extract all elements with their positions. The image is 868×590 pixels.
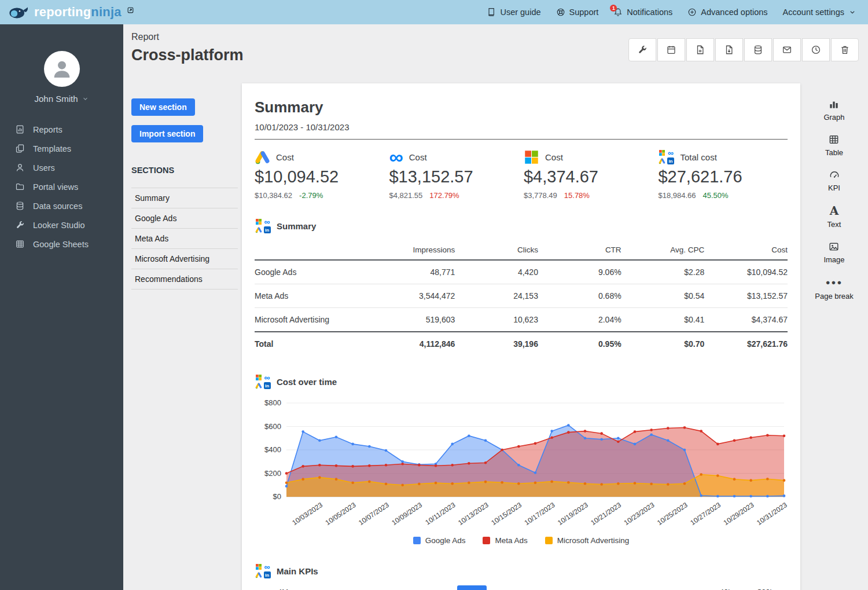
schedule-button[interactable] — [657, 38, 685, 61]
plus-circle-icon — [687, 8, 697, 17]
history-button[interactable] — [802, 38, 830, 61]
sidebar-item-reports[interactable]: Reports — [0, 120, 123, 139]
account-settings-link[interactable]: Account settings — [783, 8, 856, 17]
folder-icon — [15, 182, 25, 192]
kpi-delta: 172.79% — [429, 191, 459, 200]
user-menu[interactable]: John Smith — [0, 94, 123, 104]
legend-item-google-ads[interactable]: Google Ads — [413, 536, 466, 545]
chevron-down-icon — [848, 8, 856, 16]
svg-text:10/09/2023: 10/09/2023 — [390, 501, 424, 527]
svg-text:10/07/2023: 10/07/2023 — [357, 501, 391, 527]
svg-text:$800: $800 — [264, 398, 281, 407]
rail-item-graph[interactable]: Graph — [823, 98, 844, 122]
open-in-new-icon[interactable] — [127, 6, 134, 14]
cost-over-time-chart: $0$200$400$600$80010/03/202310/05/202310… — [255, 395, 788, 535]
brand-logo[interactable]: reportingninja — [8, 5, 134, 20]
person-icon — [50, 57, 73, 80]
kpi-microsoft-cost[interactable]: Cost $4,374.67 $3,778.49 15.78% — [524, 149, 658, 200]
section-item-microsoft-advertising[interactable]: Microsoft Advertising — [131, 248, 238, 269]
gauge-icon — [829, 169, 840, 181]
pdf-file-icon — [695, 45, 705, 55]
section-item-google-ads[interactable]: Google Ads — [131, 208, 238, 228]
main-kpi-axis-label: 4M — [278, 588, 288, 590]
table-header-clicks: Clicks — [455, 240, 538, 260]
all-platforms-icon: ∞ in — [255, 563, 271, 578]
notifications-label: Notifications — [627, 8, 672, 17]
pdf-export-button[interactable] — [715, 38, 743, 61]
main-kpis-bar-fragment — [457, 585, 487, 590]
legend-label: Microsoft Advertising — [557, 536, 630, 545]
sidebar-item-templates[interactable]: Templates — [0, 139, 123, 158]
section-item-summary[interactable]: Summary — [131, 188, 238, 208]
svg-text:10/19/2023: 10/19/2023 — [556, 501, 590, 527]
kpi-total-cost[interactable]: ∞ in Total cost $27,621.76 $18,984.66 45… — [658, 149, 788, 200]
rail-item-table[interactable]: Table — [825, 134, 843, 157]
report-canvas: Summary 10/01/2023 - 10/31/2023 Cost $10… — [242, 83, 800, 590]
sidebar-item-users[interactable]: Users — [0, 158, 123, 177]
row-avg-cpc: $0.41 — [621, 308, 705, 332]
legend-item-microsoft-advertising[interactable]: Microsoft Advertising — [545, 536, 630, 545]
rail-item-kpi[interactable]: KPI — [828, 169, 840, 192]
delete-button[interactable] — [831, 38, 859, 61]
row-impressions: 48,771 — [372, 260, 455, 284]
new-section-button[interactable]: New section — [131, 98, 195, 116]
book-icon — [487, 8, 496, 17]
sidebar-item-data-sources[interactable]: Data sources — [0, 196, 123, 215]
legend-item-meta-ads[interactable]: Meta Ads — [483, 536, 527, 545]
sidebar-item-label: Looker Studio — [33, 221, 84, 230]
row-ctr: 2.04% — [538, 308, 621, 332]
section-item-recommendations[interactable]: Recommendations — [131, 269, 238, 289]
chevron-down-icon — [82, 95, 89, 102]
advanced-options-link[interactable]: Advanced options — [687, 8, 767, 17]
sections-heading: SECTIONS — [131, 166, 238, 175]
trash-icon — [840, 45, 850, 55]
sidebar-item-label: Reports — [33, 125, 62, 134]
sidebar-item-looker-studio[interactable]: Looker Studio — [0, 215, 123, 234]
google-ads-icon — [255, 149, 270, 165]
legend-swatch-microsoft-advertising — [545, 537, 553, 544]
main-kpi-axis-label: $20k — [757, 588, 774, 590]
kpi-delta: 15.78% — [564, 191, 590, 200]
email-button[interactable] — [773, 38, 801, 61]
brand-reporting: reporting — [34, 5, 91, 19]
kpi-previous-value: $18,984.66 — [658, 191, 696, 200]
envelope-icon — [782, 45, 792, 55]
section-item-meta-ads[interactable]: Meta Ads — [131, 228, 238, 248]
report-settings-button[interactable] — [628, 38, 656, 61]
rail-item-text[interactable]: A Text — [827, 204, 841, 229]
linkedin-icon: in — [264, 571, 271, 578]
pdf-button[interactable] — [686, 38, 714, 61]
rail-item-image[interactable]: Image — [823, 241, 844, 264]
table-header-row: Impressions Clicks CTR Avg. CPC Cost — [255, 240, 788, 260]
kpi-google-ads-cost[interactable]: Cost $10,094.52 $10,384.62 -2.79% — [255, 149, 389, 200]
data-sources-button[interactable] — [744, 38, 772, 61]
main-kpis-header: ∞ in Main KPIs — [255, 563, 788, 578]
rail-item-page-break[interactable]: ●●● Page break — [815, 276, 854, 301]
row-clicks: 39,196 — [455, 332, 538, 356]
sidebar-item-portal-views[interactable]: Portal views — [0, 177, 123, 196]
row-cost: $4,374.67 — [704, 308, 788, 332]
google-ads-icon — [255, 382, 262, 389]
row-name: Meta Ads — [255, 284, 372, 308]
import-section-button[interactable]: Import section — [131, 125, 203, 142]
notifications-link[interactable]: 1 Notifications — [613, 8, 672, 17]
kpi-label: Cost — [545, 152, 563, 162]
support-link[interactable]: Support — [556, 8, 599, 17]
row-ctr: 0.68% — [538, 284, 621, 308]
google-ads-icon — [255, 571, 262, 578]
row-ctr: 0.95% — [538, 332, 621, 356]
summary-table-header: ∞ in Summary — [255, 218, 788, 233]
brand-text: reportingninja — [34, 6, 122, 19]
table-row-google-ads: Google Ads 48,771 4,420 9.06% $2.28 $10,… — [255, 260, 788, 284]
kpi-previous-value: $4,821.55 — [389, 191, 422, 200]
svg-text:10/15/2023: 10/15/2023 — [490, 501, 523, 527]
all-platforms-icon: ∞ in — [658, 149, 674, 164]
row-avg-cpc: $2.28 — [621, 260, 705, 284]
database-icon — [15, 201, 25, 211]
avatar[interactable] — [44, 51, 80, 87]
sidebar-item-google-sheets[interactable]: Google Sheets — [0, 234, 123, 254]
svg-text:$0: $0 — [273, 492, 281, 501]
kpi-meta-ads-cost[interactable]: ∞ Cost $13,152.57 $4,821.55 172.79% — [389, 149, 523, 200]
copy-icon — [15, 144, 25, 153]
user-guide-link[interactable]: User guide — [487, 8, 540, 17]
